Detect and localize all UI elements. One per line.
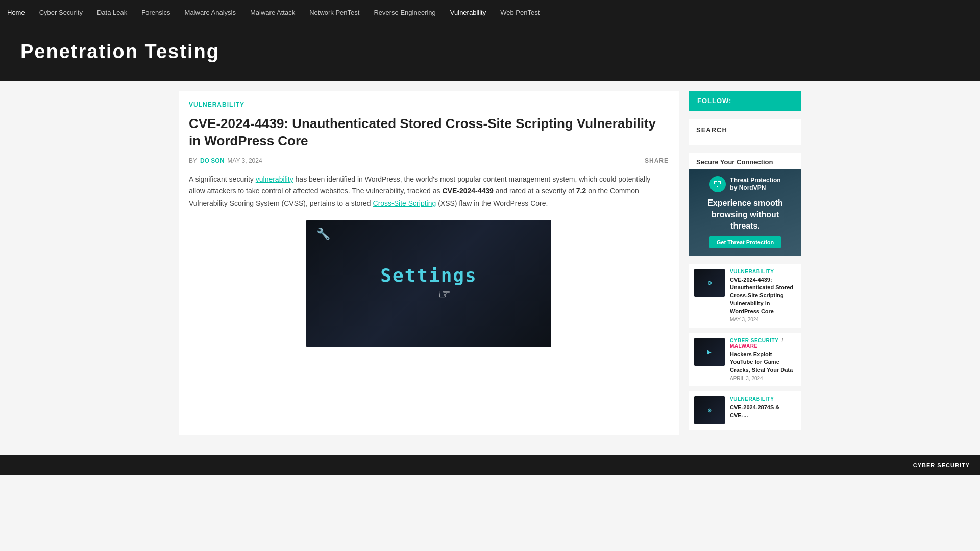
- article-body: A significant security vulnerability has…: [189, 173, 669, 210]
- share-button[interactable]: SHARE: [645, 157, 669, 164]
- page-layout: VULNERABILITY CVE-2024-4439: Unauthentic…: [171, 81, 809, 445]
- follow-label: FOLLOW:: [697, 97, 731, 105]
- ad-cta-button[interactable]: Get Threat Protection: [709, 236, 781, 248]
- settings-text: Settings: [380, 265, 477, 286]
- nav-malware-attack[interactable]: Malware Attack: [243, 0, 302, 26]
- tool-icon: 🔧: [316, 228, 330, 241]
- cursor-icon: ☞: [438, 286, 451, 303]
- related-post-3[interactable]: ⚙ VULNERABILITY CVE-2024-2874S & CVE-...: [689, 391, 801, 430]
- main-content: VULNERABILITY CVE-2024-4439: Unauthentic…: [179, 91, 679, 435]
- related-thumb-3: ⚙: [694, 396, 725, 424]
- nav-forensics[interactable]: Forensics: [134, 0, 177, 26]
- related-category-2: CYBER SECURITY / MALWARE: [730, 338, 796, 349]
- nav-cyber-security[interactable]: Cyber Security: [32, 0, 90, 26]
- article-category: VULNERABILITY: [189, 101, 669, 108]
- cve-id: CVE-2024-4439: [442, 187, 493, 195]
- nav-network-pentest[interactable]: Network PenTest: [302, 0, 366, 26]
- hero-section: Penetration Testing: [0, 26, 980, 81]
- related-post-2[interactable]: ▶ CYBER SECURITY / MALWARE Hackers Explo…: [689, 333, 801, 386]
- search-title: SEARCH: [696, 126, 794, 134]
- related-category-1: VULNERABILITY: [730, 269, 796, 274]
- xss-link[interactable]: Cross-Site Scripting: [373, 199, 436, 207]
- ad-logo-text: Threat Protection by NordVPN: [730, 177, 780, 192]
- main-nav: Home Cyber Security Data Leak Forensics …: [0, 0, 980, 26]
- nav-web-pentest[interactable]: Web PenTest: [493, 0, 547, 26]
- related-title-1: CVE-2024-4439: Unauthenticated Stored Cr…: [730, 276, 796, 315]
- article-author[interactable]: DO SON: [200, 157, 224, 164]
- ad-image: 🛡 Threat Protection by NordVPN Experienc…: [689, 169, 801, 256]
- related-thumb-1: ⚙: [694, 269, 725, 297]
- related-info-1: VULNERABILITY CVE-2024-4439: Unauthentic…: [730, 269, 796, 322]
- nordvpn-shield-icon: 🛡: [709, 176, 726, 192]
- related-info-3: VULNERABILITY CVE-2024-2874S & CVE-...: [730, 396, 796, 421]
- article-title: CVE-2024-4439: Unauthenticated Stored Cr…: [189, 115, 669, 150]
- secure-title: Secure Your Connection: [689, 153, 801, 169]
- nav-data-leak[interactable]: Data Leak: [90, 0, 134, 26]
- related-post-1[interactable]: ⚙ VULNERABILITY CVE-2024-4439: Unauthent…: [689, 264, 801, 328]
- search-box: SEARCH: [689, 119, 801, 145]
- related-thumb-inner-3: ⚙: [694, 396, 725, 424]
- related-info-2: CYBER SECURITY / MALWARE Hackers Exploit…: [730, 338, 796, 381]
- article-image: 🔧 Settings ☞: [306, 220, 551, 347]
- body-intro: A significant security: [189, 175, 254, 183]
- follow-box: FOLLOW:: [689, 91, 801, 111]
- related-thumb-2: ▶: [694, 338, 725, 366]
- ad-tagline: Experience smooth browsing without threa…: [696, 197, 794, 232]
- related-thumb-inner-1: ⚙: [694, 269, 725, 297]
- hero-title: Penetration Testing: [20, 41, 960, 63]
- article-date: MAY 3, 2024: [227, 157, 262, 164]
- bottom-bar: CYBER SECURITY: [0, 455, 980, 475]
- ad-logo: 🛡 Threat Protection by NordVPN: [709, 176, 780, 192]
- vulnerability-link[interactable]: vulnerability: [256, 175, 293, 183]
- nav-malware-analysis[interactable]: Malware Analysis: [178, 0, 243, 26]
- article-by: BY: [189, 157, 197, 164]
- related-title-3: CVE-2024-2874S & CVE-...: [730, 404, 796, 419]
- footer-label: CYBER SECURITY: [913, 462, 970, 468]
- nav-reverse-engineering[interactable]: Reverse Engineering: [366, 0, 443, 26]
- ad-box: Secure Your Connection 🛡 Threat Protecti…: [689, 153, 801, 256]
- related-date-2: APRIL 3, 2024: [730, 375, 796, 381]
- body-end: (XSS) flaw in the WordPress Core.: [438, 199, 548, 207]
- related-date-1: MAY 3, 2024: [730, 317, 796, 322]
- sidebar: FOLLOW: SEARCH Secure Your Connection 🛡 …: [689, 91, 801, 435]
- score-value: 7.2: [576, 187, 586, 195]
- related-thumb-inner-2: ▶: [694, 338, 725, 366]
- related-category-3: VULNERABILITY: [730, 396, 796, 402]
- related-title-2: Hackers Exploit YouTube for Game Cracks,…: [730, 350, 796, 374]
- body-score: and rated at a severity of: [496, 187, 574, 195]
- article-meta: BY DO SON MAY 3, 2024 SHARE: [189, 157, 669, 164]
- nav-home[interactable]: Home: [0, 0, 32, 26]
- nav-vulnerability[interactable]: Vulnerability: [443, 0, 493, 26]
